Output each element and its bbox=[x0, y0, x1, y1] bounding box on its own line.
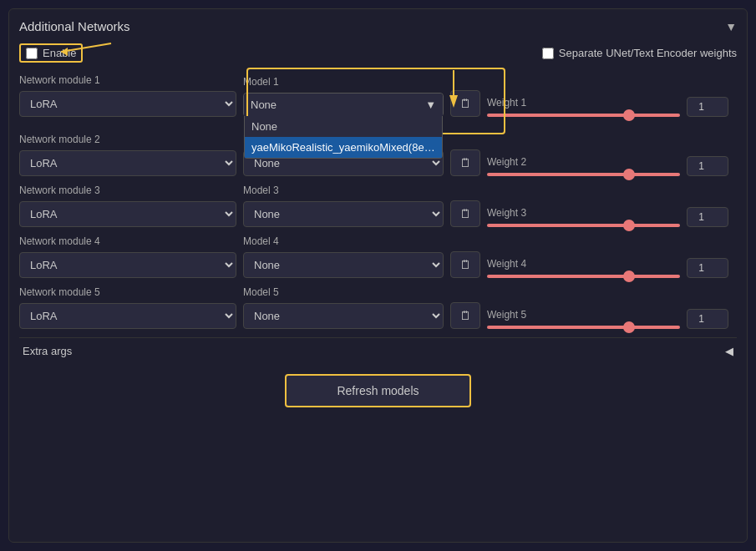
model-5-label: Model 5 bbox=[243, 286, 444, 298]
separate-weights-label[interactable]: Separate UNet/Text Encoder weights bbox=[542, 47, 737, 59]
weight-3-input[interactable] bbox=[687, 207, 728, 227]
weight-2-input[interactable] bbox=[687, 156, 728, 176]
network-module-1-label: Network module 1 bbox=[19, 74, 236, 86]
network-module-4-select[interactable]: LoRA bbox=[19, 252, 236, 278]
model-1-option-yaemikoMixed[interactable]: yaeMikoRealistic_yaemikoMixed(8eafb307ec… bbox=[245, 137, 442, 158]
enable-checkbox[interactable] bbox=[26, 48, 38, 59]
separate-weights-checkbox[interactable] bbox=[542, 48, 554, 59]
model-1-group: Model 1 None ▼ None yaeMikoRealistic_yae… bbox=[243, 76, 444, 117]
network-module-4-label: Network module 4 bbox=[19, 235, 236, 247]
network-row-5: Network module 5 LoRA Model 5 None 🗒 Wei… bbox=[19, 286, 737, 329]
model-1-dropdown-header[interactable]: None ▼ bbox=[244, 94, 443, 116]
network-module-2-label: Network module 2 bbox=[19, 134, 236, 145]
model-1-label: Model 1 bbox=[243, 76, 444, 88]
model-3-file-button[interactable]: 🗒 bbox=[450, 200, 480, 227]
weight-2-label: Weight 2 bbox=[487, 156, 526, 168]
model-3-select[interactable]: None bbox=[243, 201, 444, 227]
weight-3-slider[interactable] bbox=[487, 224, 680, 227]
weight-4-group: Weight 4 bbox=[487, 258, 680, 278]
model-3-group: Model 3 None bbox=[243, 185, 444, 227]
extra-args-row: Extra args ◀ bbox=[19, 337, 737, 364]
weight-2-group: Weight 2 bbox=[487, 156, 680, 176]
weight-5-input[interactable] bbox=[687, 309, 728, 329]
weight-2-slider[interactable] bbox=[487, 173, 680, 176]
model-5-file-button[interactable]: 🗒 bbox=[450, 302, 480, 329]
model-1-dropdown-list: None yaeMikoRealistic_yaemikoMixed(8eafb… bbox=[244, 116, 443, 159]
extra-args-label: Extra args bbox=[23, 345, 72, 357]
weight-1-input[interactable] bbox=[687, 97, 728, 117]
weight-1-group: Weight 1 bbox=[487, 97, 680, 117]
refresh-models-button[interactable]: Refresh models bbox=[285, 374, 470, 407]
network-row-3: Network module 3 LoRA Model 3 None 🗒 Wei… bbox=[19, 185, 737, 227]
panel-collapse-icon[interactable]: ▼ bbox=[725, 20, 737, 33]
model-1-file-button[interactable]: 🗒 bbox=[450, 90, 480, 117]
weight-3-label: Weight 3 bbox=[487, 207, 526, 219]
network-module-4-group: Network module 4 LoRA bbox=[19, 235, 236, 278]
enable-label: Enable bbox=[43, 47, 76, 59]
network-module-5-label: Network module 5 bbox=[19, 286, 236, 298]
model-1-option-none[interactable]: None bbox=[245, 116, 442, 137]
network-module-1-group: Network module 1 LoRA bbox=[19, 74, 236, 117]
model-2-file-button[interactable]: 🗒 bbox=[450, 149, 480, 176]
network-module-1-select[interactable]: LoRA bbox=[19, 91, 236, 117]
network-module-3-select[interactable]: LoRA bbox=[19, 201, 236, 227]
model-5-select[interactable]: None bbox=[243, 303, 444, 329]
weight-1-label: Weight 1 bbox=[487, 97, 526, 109]
weight-5-label: Weight 5 bbox=[487, 309, 526, 321]
model-3-label: Model 3 bbox=[243, 185, 444, 196]
model-4-file-button[interactable]: 🗒 bbox=[450, 251, 480, 278]
model-4-group: Model 4 None bbox=[243, 235, 444, 278]
network-row-4: Network module 4 LoRA Model 4 None 🗒 Wei… bbox=[19, 235, 737, 278]
network-module-5-select[interactable]: LoRA bbox=[19, 303, 236, 329]
weight-4-label: Weight 4 bbox=[487, 258, 526, 270]
network-module-2-group: Network module 2 LoRA bbox=[19, 134, 236, 176]
weight-5-slider[interactable] bbox=[487, 326, 680, 329]
weight-1-slider[interactable] bbox=[487, 114, 680, 117]
network-row-1: Network module 1 LoRA Model 1 None ▼ bbox=[19, 74, 737, 117]
extra-args-chevron[interactable]: ◀ bbox=[725, 345, 733, 357]
weight-4-slider[interactable] bbox=[487, 275, 680, 278]
network-module-3-label: Network module 3 bbox=[19, 185, 236, 196]
network-module-2-select[interactable]: LoRA bbox=[19, 150, 236, 176]
model-4-select[interactable]: None bbox=[243, 252, 444, 278]
model-4-label: Model 4 bbox=[243, 235, 444, 247]
weight-4-input[interactable] bbox=[687, 258, 728, 278]
weight-3-group: Weight 3 bbox=[487, 207, 680, 227]
weight-5-group: Weight 5 bbox=[487, 309, 680, 329]
network-module-3-group: Network module 3 LoRA bbox=[19, 185, 236, 227]
model-5-group: Model 5 None bbox=[243, 286, 444, 329]
panel-title: Additional Networks bbox=[19, 19, 130, 33]
network-module-5-group: Network module 5 LoRA bbox=[19, 286, 236, 329]
